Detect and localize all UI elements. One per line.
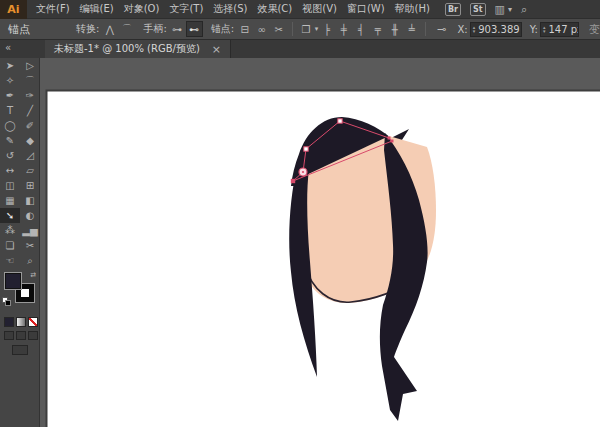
shaper-tool[interactable]: ◆ (20, 133, 40, 148)
default-swatches-icon[interactable] (2, 297, 11, 306)
isolate-object-icon[interactable]: ❐ (298, 21, 314, 37)
menu-effect[interactable]: 效果(C) (252, 0, 297, 18)
cut-path-icon[interactable]: ✂ (270, 21, 287, 37)
anchor-point-selected[interactable] (291, 179, 295, 183)
tools-panel: ➤▷✧⌒✒✑T╱◯✐✎◆↺◿↔▱◫⊞▦◧➘◐⁂▂▅❏✂☜⌕ ⇄ (0, 58, 40, 427)
symbol-sprayer-tool[interactable]: ⁂ (0, 223, 20, 238)
anchor-point-hollow[interactable] (304, 147, 308, 151)
line-segment-tool[interactable]: ╱ (20, 103, 40, 118)
convert-to-corner-icon[interactable]: ⋀ (101, 21, 118, 37)
menu-help[interactable]: 帮助(H) (390, 0, 435, 18)
control-bar: 锚点 转换: ⋀⌒ 手柄: ⊶⊷ 锚点: ⊟∞✂ ❐ ▾ ╞╪╡╤╫╧ ⊸ X:… (0, 19, 600, 40)
convert-label: 转换: (76, 22, 99, 36)
menu-items: 文件(F)编辑(E)对象(O)文字(T)选择(S)效果(C)视图(V)窗口(W)… (31, 0, 435, 18)
mesh-tool[interactable]: ▦ (0, 193, 20, 208)
anchor-point-hollow[interactable] (338, 119, 342, 123)
rotate-tool[interactable]: ↺ (0, 148, 20, 163)
align-vertical-center-icon[interactable]: ╫ (386, 21, 403, 37)
menu-select[interactable]: 选择(S) (208, 0, 252, 18)
x-input[interactable]: ▴▾ 903.389 px (470, 22, 522, 37)
draw-inside-button[interactable] (28, 331, 38, 340)
y-input[interactable]: ▴▾ 147 px (540, 22, 579, 37)
pencil-tool[interactable]: ✎ (0, 133, 20, 148)
swap-fill-stroke-icon[interactable]: ⇄ (30, 271, 36, 279)
anchor-point-small[interactable] (391, 140, 394, 143)
blend-tool[interactable]: ◐ (20, 208, 40, 223)
menu-view[interactable]: 视图(V) (297, 0, 342, 18)
gradient-button[interactable] (16, 317, 26, 327)
artboard-tool[interactable]: ❏ (0, 238, 20, 253)
canvas-area[interactable] (40, 58, 600, 427)
lasso-tool[interactable]: ⌒ (20, 73, 40, 88)
color-button[interactable] (4, 317, 14, 327)
fill-swatch[interactable] (4, 272, 22, 290)
paint-mode-row (0, 315, 39, 327)
magic-wand-tool[interactable]: ✧ (0, 73, 20, 88)
canvas-svg (40, 58, 600, 427)
reference-point-icon[interactable]: ⊸ (437, 23, 446, 36)
screen-mode-button[interactable] (12, 345, 28, 355)
menu-window[interactable]: 窗口(W) (342, 0, 390, 18)
convert-group: ⋀⌒ (101, 21, 135, 37)
gradient-tool[interactable]: ◧ (20, 193, 40, 208)
curvature-tool[interactable]: ✑ (20, 88, 40, 103)
workspace-switcher-icon[interactable]: ▥ (495, 3, 505, 16)
none-button[interactable] (28, 317, 38, 327)
show-handles-icon[interactable]: ⊶ (169, 21, 186, 37)
handles-group: ⊶⊷ (169, 21, 203, 37)
document-tab[interactable]: 未标题-1* @ 100% (RGB/预览) × (45, 40, 231, 58)
convert-to-smooth-icon[interactable]: ⌒ (118, 21, 135, 37)
hide-handles-icon[interactable]: ⊷ (186, 21, 203, 37)
collapse-panel-icon[interactable]: « (5, 42, 11, 53)
search-stock-icon[interactable]: ⌕ (521, 3, 527, 16)
scale-tool[interactable]: ◿ (20, 148, 40, 163)
stepper-icon[interactable]: ▴▾ (473, 25, 476, 33)
zoom-tool[interactable]: ⌕ (20, 253, 40, 268)
align-vertical-top-icon[interactable]: ╤ (369, 21, 386, 37)
stepper-icon[interactable]: ▴▾ (543, 25, 546, 33)
bridge-icon[interactable]: Br (445, 3, 461, 16)
align-horizontal-center-icon[interactable]: ╪ (335, 21, 352, 37)
close-icon[interactable]: × (212, 43, 221, 56)
type-tool[interactable]: T (0, 103, 20, 118)
anchor-point-ring[interactable] (299, 168, 307, 176)
slice-tool[interactable]: ✂ (20, 238, 40, 253)
y-value: 147 px (548, 24, 579, 35)
connect-endpoints-icon[interactable]: ∞ (253, 21, 270, 37)
column-graph-tool[interactable]: ▂▅ (20, 223, 40, 238)
eyedropper-tool[interactable]: ➘ (0, 208, 20, 223)
document-tab-bar: « 未标题-1* @ 100% (RGB/预览) × (0, 40, 600, 58)
remove-anchor-icon[interactable]: ⊟ (236, 21, 253, 37)
fill-stroke-widget: ⇄ (0, 271, 39, 315)
anchor-point-small[interactable] (388, 137, 391, 140)
shape-builder-tool[interactable]: ◫ (0, 178, 20, 193)
pen-tool[interactable]: ✒ (0, 88, 20, 103)
paintbrush-tool[interactable]: ✐ (20, 118, 40, 133)
selection-tool[interactable]: ➤ (0, 58, 20, 73)
perspective-grid-tool[interactable]: ⊞ (20, 178, 40, 193)
menu-type[interactable]: 文字(T) (164, 0, 208, 18)
chevron-down-icon[interactable]: ▾ (508, 5, 512, 14)
menu-edit[interactable]: 编辑(E) (75, 0, 119, 18)
align-horizontal-right-icon[interactable]: ╡ (352, 21, 369, 37)
draw-mode-row (0, 327, 39, 340)
align-vertical-bottom-icon[interactable]: ╧ (403, 21, 420, 37)
anchors-group: ⊟∞✂ (236, 21, 287, 37)
draw-behind-button[interactable] (16, 331, 26, 340)
anchors-label: 锚点: (211, 22, 234, 36)
align-horizontal-left-icon[interactable]: ╞ (318, 21, 335, 37)
context-title: 锚点 (8, 22, 30, 37)
free-transform-tool[interactable]: ▱ (20, 163, 40, 178)
width-tool[interactable]: ↔ (0, 163, 20, 178)
handles-label: 手柄: (143, 22, 166, 36)
stock-icon[interactable]: St (470, 3, 486, 16)
draw-normal-button[interactable] (4, 331, 14, 340)
app-logo: Ai (0, 0, 27, 19)
menu-file[interactable]: 文件(F) (31, 0, 75, 18)
menu-object[interactable]: 对象(O) (119, 0, 165, 18)
menu-bar: Ai 文件(F)编辑(E)对象(O)文字(T)选择(S)效果(C)视图(V)窗口… (0, 0, 600, 19)
direct-selection-tool[interactable]: ▷ (20, 58, 40, 73)
document-title: 未标题-1* @ 100% (RGB/预览) (54, 42, 200, 56)
ellipse-tool[interactable]: ◯ (0, 118, 20, 133)
hand-tool[interactable]: ☜ (0, 253, 20, 268)
